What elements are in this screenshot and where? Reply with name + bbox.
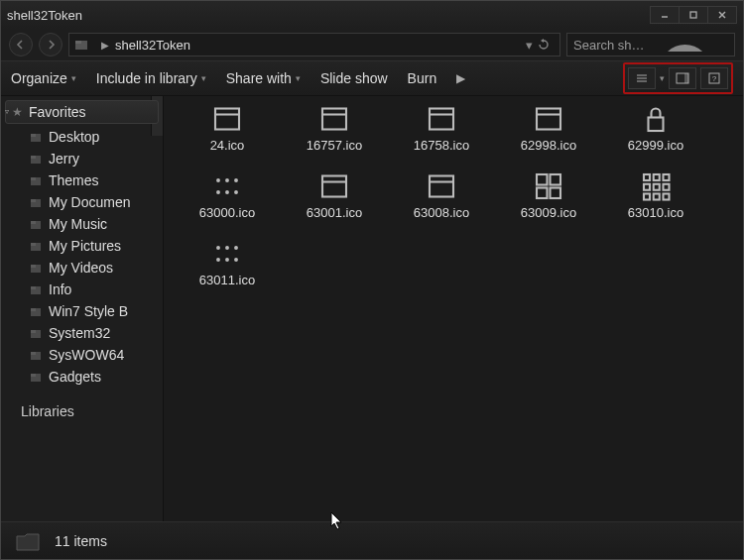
search-box[interactable]: Search shell32To...: [566, 33, 735, 56]
file-thumbnail-icon: [209, 239, 245, 269]
sidebar-item[interactable]: System32: [1, 322, 163, 344]
folder-icon: [29, 348, 43, 362]
file-item[interactable]: 63008.ico: [388, 171, 495, 233]
preview-pane-button[interactable]: [669, 67, 696, 89]
folder-icon: [29, 326, 43, 340]
file-item[interactable]: 16757.ico: [281, 104, 388, 166]
file-item[interactable]: 63001.ico: [281, 171, 388, 233]
chevron-right-icon: ▶: [101, 40, 109, 51]
file-name: 63010.ico: [628, 205, 683, 220]
folder-icon: [29, 370, 43, 384]
svg-point-52: [216, 190, 220, 194]
slideshow-button[interactable]: Slide show: [320, 70, 388, 86]
file-name: 62999.ico: [628, 138, 683, 153]
body-split: ▿ ★ Favorites DesktopJerryThemesMy Docum…: [1, 96, 743, 521]
sidebar-item-label: Win7 Style B: [49, 303, 128, 319]
file-name: 63000.ico: [199, 205, 255, 220]
folder-icon: [29, 282, 43, 296]
address-dropdown-icon[interactable]: ▾: [520, 38, 538, 53]
file-thumbnail-icon: [638, 104, 674, 134]
navigation-pane: ▿ ★ Favorites DesktopJerryThemesMy Docum…: [1, 96, 164, 521]
svg-rect-34: [31, 330, 36, 333]
sidebar-item[interactable]: My Pictures: [1, 235, 163, 257]
file-item[interactable]: 16758.ico: [388, 104, 495, 166]
address-bar[interactable]: ▶ shell32Token ▾: [68, 33, 560, 56]
sidebar-item[interactable]: Desktop: [1, 126, 163, 148]
sidebar-item[interactable]: Gadgets: [1, 366, 163, 388]
folder-icon: [15, 529, 41, 553]
file-item[interactable]: 63009.ico: [495, 171, 602, 233]
back-button[interactable]: [9, 33, 33, 56]
svg-rect-68: [664, 184, 670, 190]
forward-button[interactable]: [39, 33, 62, 56]
chevron-down-icon[interactable]: ▾: [660, 73, 665, 83]
sidebar-item[interactable]: Themes: [1, 169, 163, 191]
file-thumbnail-icon: [424, 104, 459, 134]
item-count: 11 items: [55, 533, 107, 549]
svg-point-75: [216, 258, 220, 262]
sidebar-item[interactable]: My Music: [1, 213, 163, 235]
file-item[interactable]: 63000.ico: [174, 171, 281, 233]
svg-rect-18: [31, 156, 36, 159]
sidebar-item[interactable]: Win7 Style B: [1, 300, 163, 322]
libraries-group[interactable]: Libraries: [1, 397, 163, 422]
overflow-icon[interactable]: ▶: [456, 71, 465, 85]
minimize-button[interactable]: [650, 6, 680, 24]
include-in-library-menu[interactable]: Include in library▾: [96, 70, 206, 86]
file-item[interactable]: 63011.ico: [174, 239, 281, 300]
sidebar-item[interactable]: My Documen: [1, 191, 163, 213]
file-item[interactable]: 63010.ico: [602, 171, 709, 233]
svg-rect-1: [690, 12, 696, 18]
sidebar-item-label: Jerry: [49, 151, 79, 167]
folder-icon: [29, 130, 43, 144]
sidebar-item-label: Info: [49, 281, 71, 297]
svg-rect-20: [31, 177, 36, 180]
favorites-group[interactable]: ★ Favorites: [5, 100, 159, 124]
folder-icon: [29, 173, 43, 187]
svg-rect-61: [537, 188, 548, 199]
sidebar-item-label: My Music: [49, 216, 107, 232]
svg-point-51: [234, 178, 238, 182]
svg-rect-44: [430, 109, 453, 130]
sidebar-item[interactable]: Info: [1, 279, 163, 300]
folder-icon: [29, 239, 43, 253]
file-item[interactable]: 24.ico: [174, 104, 281, 166]
sidebar-item[interactable]: My Videos: [1, 257, 163, 279]
file-list[interactable]: 24.ico16757.ico16758.ico62998.ico62999.i…: [164, 96, 743, 521]
chevron-down-icon: ▾: [71, 73, 76, 83]
file-name: 62998.ico: [521, 138, 576, 153]
file-item[interactable]: 62999.ico: [602, 104, 709, 166]
file-item[interactable]: 62998.ico: [495, 104, 602, 166]
view-mode-button[interactable]: [628, 67, 656, 89]
star-icon: ★: [12, 105, 23, 119]
file-thumbnail-icon: [209, 171, 245, 201]
sidebar-item[interactable]: Jerry: [1, 148, 163, 169]
share-with-menu[interactable]: Share with▾: [226, 70, 301, 86]
svg-rect-71: [664, 194, 670, 200]
refresh-icon[interactable]: [538, 39, 556, 51]
sidebar-item[interactable]: SysWOW64: [1, 344, 163, 366]
chevron-down-icon: ▾: [201, 73, 206, 83]
search-placeholder: Search shell32To...: [573, 38, 649, 53]
svg-rect-40: [215, 109, 239, 130]
navigation-row: ▶ shell32Token ▾ Search shell32To...: [1, 29, 743, 60]
svg-rect-38: [31, 374, 36, 377]
maximize-button[interactable]: [679, 6, 708, 24]
folder-icon: [29, 195, 43, 209]
file-thumbnail-icon: [638, 171, 674, 201]
expand-icon[interactable]: ▿: [5, 107, 9, 116]
svg-rect-65: [664, 174, 670, 180]
folder-icon: [29, 152, 43, 166]
sidebar-item-label: My Documen: [49, 194, 130, 210]
close-button[interactable]: [707, 6, 737, 24]
svg-rect-60: [551, 174, 561, 185]
svg-rect-12: [684, 73, 688, 83]
window-buttons: [651, 6, 737, 24]
folder-icon: [29, 261, 43, 275]
organize-menu[interactable]: Organize▾: [11, 70, 76, 86]
svg-rect-42: [322, 109, 346, 130]
help-button[interactable]: ?: [700, 67, 728, 89]
svg-rect-69: [644, 194, 650, 200]
burn-button[interactable]: Burn: [408, 70, 437, 86]
svg-point-49: [216, 178, 220, 182]
